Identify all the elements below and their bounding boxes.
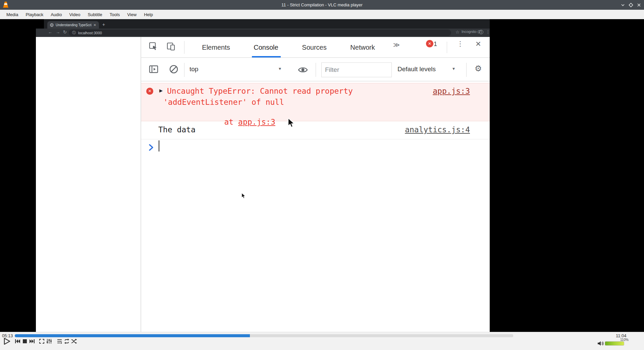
error-line-2: 'addEventListener' of null — [163, 98, 284, 106]
error-icon: ✕ — [146, 88, 153, 95]
devtools-close-icon[interactable]: ✕ — [475, 40, 481, 48]
console-toolbar: top ▾ Filter Default levels ▾ ⚙ — [141, 58, 490, 81]
error-badge-icon[interactable]: ✕ — [426, 40, 433, 47]
filter-placeholder: Filter — [325, 66, 339, 74]
globe-icon — [50, 23, 54, 27]
menu-audio[interactable]: Audio — [47, 11, 65, 18]
tab-sources[interactable]: Sources — [302, 44, 326, 51]
avatar[interactable] — [479, 30, 483, 34]
more-tabs-icon[interactable]: ≫ — [393, 41, 400, 49]
page-content — [36, 37, 141, 332]
chevron-down-icon[interactable]: ▾ — [279, 66, 281, 71]
play-icon[interactable] — [3, 337, 11, 345]
error-count: 1 — [434, 41, 437, 48]
error-source-link[interactable]: app.js:3 — [433, 87, 470, 95]
devtools-panel: Elements Console Sources Network ≫ ✕ 1 ⋮… — [141, 37, 490, 332]
device-toolbar-icon[interactable] — [166, 41, 176, 51]
console-log-row[interactable]: The data analytics.js:4 — [141, 121, 490, 139]
text-caret[interactable] — [159, 140, 159, 151]
playlist-icon[interactable] — [57, 339, 62, 344]
menu-subtitle[interactable]: Subtitle — [84, 11, 106, 18]
clear-console-icon[interactable] — [169, 64, 179, 74]
menu-view[interactable]: View — [123, 11, 140, 18]
site-info-icon[interactable]: ⓘ — [72, 30, 76, 35]
tab-title: Understanding TypeScript — [56, 23, 92, 27]
tab-elements[interactable]: Elements — [202, 44, 230, 51]
gear-icon[interactable]: ⚙ — [475, 64, 482, 73]
volume-slider[interactable] — [605, 341, 624, 346]
chevron-down-icon[interactable]: ▾ — [452, 66, 455, 71]
toolbar-separator — [184, 63, 184, 77]
player-control-bar: 05:13 11:04 — [0, 332, 644, 350]
menu-tools[interactable]: Tools — [106, 11, 123, 18]
fullscreen-icon[interactable] — [39, 339, 45, 344]
eye-icon[interactable] — [298, 65, 308, 75]
log-source-link[interactable]: analytics.js:4 — [405, 125, 470, 134]
new-tab-icon[interactable]: + — [102, 22, 105, 27]
devtools-tab-bar: Elements Console Sources Network ≫ ✕ 1 ⋮… — [141, 37, 490, 58]
minimize-icon[interactable] — [621, 3, 625, 7]
extended-settings-icon[interactable] — [46, 339, 52, 344]
letterbox-sliver — [36, 19, 44, 29]
menu-help[interactable]: Help — [140, 11, 157, 18]
console-error-row[interactable]: ✕ ▶ Uncaught TypeError: Cannot read prop… — [141, 83, 490, 121]
vlc-window: 11 - Strict Compilation - VLC media play… — [0, 0, 644, 350]
seek-bar-fill — [15, 334, 250, 337]
menu-media[interactable]: Media — [3, 11, 22, 18]
devtools-menu-icon[interactable]: ⋮ — [457, 40, 464, 48]
tab-close-icon[interactable]: ✕ — [94, 23, 96, 27]
toolbar-separator — [447, 42, 447, 53]
menu-video[interactable]: Video — [65, 11, 84, 18]
seek-bar[interactable] — [15, 334, 513, 337]
toolbar-separator — [316, 63, 316, 77]
browser-menu-icon[interactable]: ⋮ — [486, 30, 490, 34]
browser-tab[interactable]: Understanding TypeScript ✕ — [47, 21, 99, 29]
window-title: 11 - Strict Compilation - VLC media play… — [0, 2, 644, 7]
maximize-icon[interactable] — [629, 3, 633, 7]
active-tab-underline — [252, 56, 281, 57]
inspect-element-icon[interactable] — [149, 42, 158, 51]
filter-input[interactable]: Filter — [321, 62, 392, 77]
tab-console[interactable]: Console — [254, 44, 278, 51]
log-message: The data — [158, 125, 196, 134]
console-prompt-icon — [148, 143, 155, 152]
error-line-1: Uncaught TypeError: Cannot read property — [167, 87, 353, 95]
next-icon[interactable] — [29, 339, 35, 344]
loop-icon[interactable] — [64, 339, 70, 344]
previous-icon[interactable] — [15, 339, 20, 344]
video-area[interactable]: Understanding TypeScript ✕ + ← → ↻ ⓘ loc… — [0, 19, 644, 332]
toolbar-separator — [184, 41, 184, 54]
reload-icon[interactable]: ↻ — [63, 30, 67, 35]
mouse-cursor-icon — [241, 193, 246, 199]
total-time: 11:04 — [616, 333, 627, 338]
console-sidebar-icon[interactable] — [149, 64, 159, 74]
toolbar-separator — [466, 63, 467, 77]
volume-icon[interactable] — [597, 341, 604, 346]
menu-bar: Media Playback Audio Video Subtitle Tool… — [0, 10, 644, 19]
back-icon[interactable]: ← — [48, 30, 52, 35]
forward-icon[interactable]: → — [56, 30, 60, 35]
title-bar[interactable]: 11 - Strict Compilation - VLC media play… — [0, 0, 644, 10]
log-levels-dropdown[interactable]: Default levels — [397, 65, 436, 73]
bookmark-star-icon[interactable]: ☆ — [455, 30, 460, 35]
stop-icon[interactable] — [22, 339, 28, 344]
address-bar[interactable]: ⓘ localhost:3000 — [69, 30, 451, 36]
disclosure-triangle-icon[interactable]: ▶ — [159, 88, 163, 93]
tab-network[interactable]: Network — [350, 44, 375, 51]
recorded-cursor-icon — [288, 118, 295, 128]
url-text: localhost:3000 — [78, 31, 102, 35]
close-icon[interactable] — [637, 3, 641, 7]
context-selector[interactable]: top — [190, 65, 198, 73]
menu-playback[interactable]: Playback — [22, 11, 47, 18]
shuffle-icon[interactable] — [71, 339, 77, 344]
